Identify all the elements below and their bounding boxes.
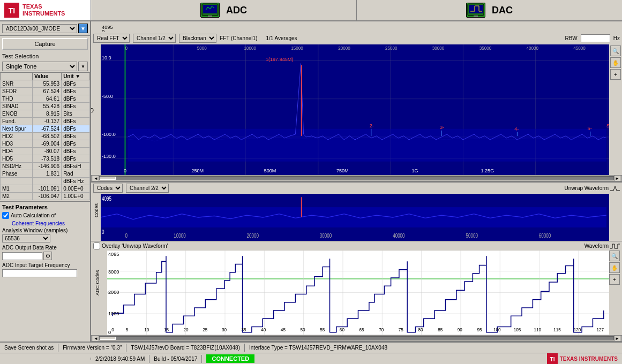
svg-text:0: 0 [125,46,128,51]
capture-button[interactable]: Capture [2,38,88,50]
svg-text:25000: 25000 [385,46,398,51]
metric-value: 64.61 [32,95,61,103]
dac-chart-row: Codes 0 [91,194,622,241]
svg-text:65: 65 [359,328,365,332]
dac-tab-label: DAC [492,5,513,16]
mode-dropdown[interactable]: ADC12DJx00_JMODE [2,24,77,33]
waveform-scroll-right[interactable]: ► [614,335,620,342]
test-selection-dropdown[interactable]: Single Tone [2,62,77,71]
fft-pan-btn[interactable]: ✋ [610,57,621,68]
fft-window-select[interactable]: Blackman [179,34,216,43]
waveform-zoom-btn[interactable]: 🔍 [609,251,620,261]
fft-zoom-in-btn[interactable]: 🔍 [610,46,621,56]
dac-chart-bg: 0 10000 20000 30000 40000 50000 60000 40… [101,194,609,241]
analysis-window-select[interactable]: 65536 [2,234,50,242]
waveform-chart-bg: 4095 3000 2000 1000 0 0 5 10 15 20 25 [107,251,609,335]
metric-unit: dBFs [62,133,90,140]
fft-crosshair-btn[interactable]: + [610,69,621,80]
metric-name: SFDR [1,88,33,95]
svg-text:5-: 5- [588,126,592,131]
metric-col-name [1,73,33,80]
svg-text:TI: TI [550,357,554,362]
metric-name: HD2 [1,133,33,140]
svg-text:2-: 2- [370,123,374,128]
metric-name: M2 [1,193,33,200]
svg-rect-37 [128,129,606,162]
adc-output-rate-input[interactable]: 2.5G [2,252,42,260]
top-bar: TI TEXASINSTRUMENTS ADC [0,0,622,21]
test-dropdown-arrow[interactable]: ▼ [78,62,88,71]
adc-input-freq-input[interactable]: 197.970000000M [2,269,77,277]
svg-text:10.0: 10.0 [102,55,111,60]
adc-tab[interactable]: ADC [91,0,357,20]
svg-text:4095: 4095 [102,196,111,202]
analysis-window-row: 65536 [2,234,88,242]
ti-logo-icon: TI [4,3,19,18]
fft-mode-select[interactable]: Real FFT [93,34,130,43]
svg-text:80: 80 [418,328,424,332]
dac-chart-area: Codes Channel 2/2 Unwrap Waveform [91,183,622,241]
fft-scrollbar[interactable]: ◄ ► [91,175,622,181]
svg-text:35000: 35000 [479,46,492,51]
dac-y-axis: Codes [91,194,101,241]
fft-scroll-thumb[interactable] [100,177,116,180]
dac-tab[interactable]: DAC [357,0,622,20]
auto-calc-checkbox[interactable] [2,212,9,219]
svg-text:100: 100 [493,328,501,332]
waveform-scroll-thumb[interactable] [100,337,116,340]
metric-row: HD3 -69.004 dBFs [1,140,90,148]
metric-name: HD5 [1,155,33,163]
fft-controls: Real FFT Channel 1/2 Blackman FFT (Chann… [91,32,622,44]
metric-unit: dBFs [62,103,90,110]
svg-text:-100.0: -100.0 [102,132,116,137]
svg-text:5: 5 [126,328,129,332]
metric-col-unit: Unit ▼ [62,73,90,80]
svg-text:Spur: Spur [606,123,609,128]
metric-col-value: Value [32,73,61,80]
metric-value: -80.07 [32,148,61,155]
fft-scroll-right[interactable]: ► [614,175,620,181]
metric-value: -146.906 [32,163,61,170]
fft-rbw-label: RBW [565,35,577,41]
test-selection-row: Single Tone ▼ [0,60,90,72]
svg-text:40000: 40000 [527,46,539,51]
svg-text:40000: 40000 [393,233,404,239]
waveform-scroll-track[interactable] [99,336,614,340]
svg-text:120: 120 [574,328,581,332]
dac-codes-select[interactable]: Codes [93,184,123,193]
dac-channel-select[interactable]: Channel 2/2 [126,184,169,193]
metric-name: SNR [1,80,33,88]
waveform-chart-row: ADC Codes [91,251,622,335]
svg-rect-4 [208,16,212,17]
metric-name: Phase [1,170,33,178]
waveform-scrollbar[interactable]: ◄ ► [91,335,622,342]
metric-name: SINAD [1,103,33,110]
build-label: Build - 05/04/2017 [149,355,202,363]
mode-arrow-btn[interactable]: ▼ [78,24,88,33]
metric-unit: Bits [62,110,90,118]
fft-scroll-track[interactable] [99,176,614,180]
waveform-crosshair-btn[interactable]: + [609,274,620,285]
svg-text:3-: 3- [440,125,444,130]
fft-scroll-left[interactable]: ◄ [93,175,99,181]
adc-output-rate-gear[interactable]: ⚙ [43,252,52,260]
svg-text:750M: 750M [336,168,349,173]
overlay-label: Overlay 'Unwrap Waveform' [102,243,168,249]
bottom-charts: Codes Channel 2/2 Unwrap Waveform [91,183,622,342]
fft-channel-select[interactable]: Channel 1/2 [133,34,176,43]
metric-value [32,178,61,185]
svg-text:0: 0 [108,330,111,335]
fft-rbw-input[interactable]: 38147 [581,34,610,42]
metric-value: -106.047 [32,193,61,200]
right-content: 4095 0 Real FFT Channel 1/2 Blackman FFT… [91,21,622,342]
waveform-pan-btn[interactable]: ✋ [609,262,620,273]
metric-value: 67.524 [32,88,61,95]
metric-value: 55.953 [32,80,61,88]
mode-selector: ADC12DJx00_JMODE ▼ [0,21,90,36]
left-panel: ADC12DJx00_JMODE ▼ Capture Test Selectio… [0,21,91,342]
svg-text:75: 75 [399,328,404,332]
analysis-window-label: Analysis Window (samples) [2,228,88,233]
metric-value: 55.428 [32,103,61,110]
overlay-checkbox[interactable] [93,242,100,249]
waveform-scroll-left[interactable]: ◄ [93,335,99,342]
